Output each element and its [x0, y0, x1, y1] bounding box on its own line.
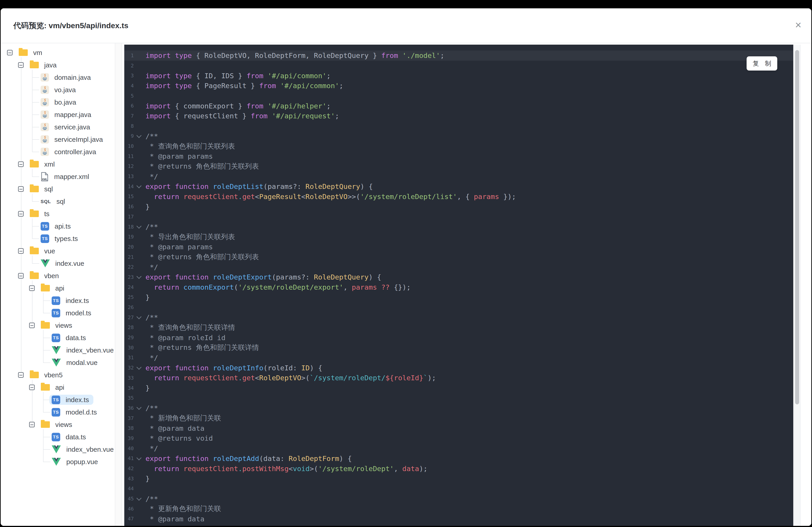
tree-item-model.ts[interactable]: TSmodel.ts	[1, 307, 115, 319]
collapse-expander-icon[interactable]	[18, 62, 24, 68]
tree-item-popup.vue[interactable]: popup.vue	[1, 455, 115, 468]
collapse-expander-icon[interactable]	[18, 211, 24, 216]
code-line: 45/**	[124, 494, 793, 504]
tree-item-types.ts[interactable]: TStypes.ts	[1, 232, 115, 245]
tree-item-service.java[interactable]: service.java	[1, 121, 115, 133]
tree-item-domain.java[interactable]: domain.java	[1, 71, 115, 84]
collapse-expander-icon[interactable]	[7, 50, 13, 56]
tree-item-vo.java[interactable]: vo.java	[1, 84, 115, 96]
collapse-expander-icon[interactable]	[18, 273, 24, 278]
tree-item-api[interactable]: api	[1, 282, 115, 295]
tree-item-java[interactable]: java	[1, 59, 115, 71]
fold-chevron-slot[interactable]	[134, 497, 145, 501]
line-number: 38	[124, 425, 134, 431]
tree-item-controller.java[interactable]: controller.java	[1, 146, 115, 158]
tree-leaf: TSmodel.d.ts	[49, 407, 101, 417]
line-number: 41	[124, 455, 134, 461]
code-line: 10 * 查询角色和部门关联列表	[124, 141, 793, 151]
code-line: 34}	[124, 383, 793, 393]
tree-item-vue[interactable]: vue	[1, 245, 115, 257]
tree-item-index_vben.vue[interactable]: index_vben.vue	[1, 344, 115, 356]
tree-item-vben5[interactable]: vben5	[1, 369, 115, 381]
collapse-expander-icon[interactable]	[29, 422, 35, 427]
copy-button[interactable]: 复 制	[746, 56, 777, 71]
code-line: 5	[124, 91, 793, 101]
fold-chevron-slot[interactable]	[134, 406, 145, 410]
fold-chevron-slot[interactable]	[134, 225, 145, 229]
code-editor: 1import type { RoleDeptVO, RoleDeptForm,…	[124, 45, 793, 526]
tree-item-index.ts[interactable]: TSindex.ts	[1, 295, 115, 307]
folder-icon	[41, 322, 50, 329]
close-icon[interactable]: ×	[792, 8, 804, 43]
typescript-file-icon: TS	[52, 395, 60, 404]
code-scrollbar-thumb[interactable]	[795, 50, 799, 404]
fold-chevron-slot[interactable]	[134, 457, 145, 460]
code-line: 4import type { PageResult } from '#/api/…	[124, 81, 793, 91]
java-file-icon	[41, 135, 49, 144]
collapse-expander-icon[interactable]	[29, 322, 35, 328]
code-line: 15 return requestClient.get<PageResult<R…	[124, 192, 793, 202]
tree-item-ts[interactable]: ts	[1, 208, 115, 220]
fold-chevron-icon	[136, 274, 142, 279]
tree-item-data.ts[interactable]: TSdata.ts	[1, 332, 115, 344]
tree-item-serviceImpl.java[interactable]: serviceImpl.java	[1, 133, 115, 146]
code-line: 8	[124, 121, 793, 131]
line-number: 11	[124, 153, 134, 159]
tree-item-mapper.java[interactable]: mapper.java	[1, 108, 115, 121]
tree-leaf: index.vue	[38, 258, 89, 269]
fold-chevron-icon	[136, 455, 142, 461]
line-number: 19	[124, 234, 134, 240]
tree-leaf: TSmodel.ts	[49, 308, 96, 318]
line-number: 24	[124, 284, 134, 290]
tree-item-index.ts[interactable]: TSindex.ts	[1, 394, 115, 406]
vue-file-icon	[52, 446, 61, 453]
code-line: 16}	[124, 201, 793, 212]
tree-leaf: mapper.java	[38, 109, 96, 120]
tree-item-xml[interactable]: xml	[1, 158, 115, 170]
collapse-expander-icon[interactable]	[29, 285, 35, 291]
fold-chevron-icon	[136, 183, 142, 189]
tree-item-mapper.xml[interactable]: XMLmapper.xml	[1, 170, 115, 183]
tree-item-sql[interactable]: SQLsql	[1, 195, 115, 208]
tree-scrollbar-track[interactable]	[115, 43, 122, 526]
tree-item-api[interactable]: api	[1, 381, 115, 394]
collapse-expander-icon[interactable]	[18, 248, 24, 254]
tree-item-vben[interactable]: vben	[1, 270, 115, 282]
selected-tree-item: TSindex.ts	[49, 395, 93, 405]
collapse-expander-icon[interactable]	[18, 161, 24, 167]
tree-item-views[interactable]: views	[1, 319, 115, 332]
code-line: 41export function roleDeptAdd(data: Role…	[124, 453, 793, 464]
collapse-expander-icon[interactable]	[18, 186, 24, 192]
collapse-expander-icon[interactable]	[29, 385, 35, 390]
code-line: 31 */	[124, 353, 793, 363]
tree-item-sql[interactable]: sql	[1, 183, 115, 195]
fold-chevron-slot[interactable]	[134, 185, 145, 188]
tree-item-data.ts[interactable]: TSdata.ts	[1, 431, 115, 443]
fold-chevron-slot[interactable]	[134, 134, 145, 138]
tree-item-modal.vue[interactable]: modal.vue	[1, 356, 115, 369]
fold-chevron-slot[interactable]	[134, 275, 145, 279]
code-line: 26	[124, 302, 793, 312]
fold-chevron-slot[interactable]	[134, 366, 145, 370]
line-number: 34	[124, 385, 134, 391]
tree-item-bo.java[interactable]: bo.java	[1, 96, 115, 108]
fold-chevron-slot[interactable]	[134, 316, 145, 319]
modal-body: vmjavadomain.javavo.javabo.javamapper.ja…	[1, 43, 811, 526]
tree-item-api.ts[interactable]: TSapi.ts	[1, 220, 115, 232]
folder-icon	[41, 421, 50, 428]
tree-leaf: TSdata.ts	[49, 333, 90, 343]
tree-item-views[interactable]: views	[1, 418, 115, 431]
fold-chevron-icon	[136, 495, 142, 501]
tree-leaf: domain.java	[38, 72, 96, 82]
line-number: 46	[124, 506, 134, 512]
tree-item-index.vue[interactable]: index.vue	[1, 257, 115, 270]
code-scrollbar-track[interactable]	[794, 45, 800, 526]
tree-item-index_vben.vue[interactable]: index_vben.vue	[1, 443, 115, 455]
tree-item-model.d.ts[interactable]: TSmodel.d.ts	[1, 406, 115, 418]
line-number: 26	[124, 304, 134, 310]
line-number: 18	[124, 224, 134, 230]
line-number: 3	[124, 73, 134, 78]
tree-item-vm[interactable]: vm	[1, 46, 115, 59]
collapse-expander-icon[interactable]	[18, 372, 24, 378]
tree-leaf: SQLsql	[38, 196, 70, 207]
